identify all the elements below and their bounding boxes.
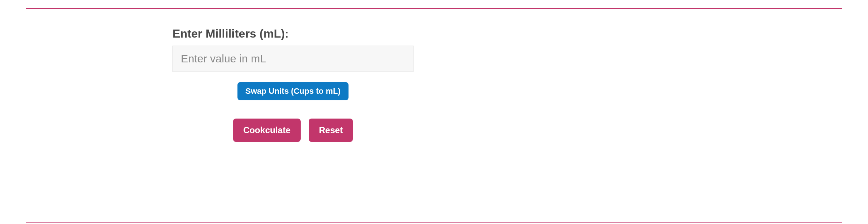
- cookculate-button[interactable]: Cookculate: [233, 119, 301, 142]
- milliliters-input[interactable]: [172, 46, 414, 72]
- reset-button[interactable]: Reset: [309, 119, 353, 142]
- input-label: Enter Milliliters (mL):: [172, 27, 414, 40]
- action-row: Cookculate Reset: [172, 119, 414, 142]
- divider-bottom: [26, 222, 842, 223]
- swap-units-button[interactable]: Swap Units (Cups to mL): [237, 82, 349, 100]
- swap-row: Swap Units (Cups to mL): [172, 82, 414, 100]
- form-content: Enter Milliliters (mL): Swap Units (Cups…: [172, 27, 414, 142]
- converter-panel: Enter Milliliters (mL): Swap Units (Cups…: [0, 0, 868, 224]
- divider-top: [26, 8, 842, 9]
